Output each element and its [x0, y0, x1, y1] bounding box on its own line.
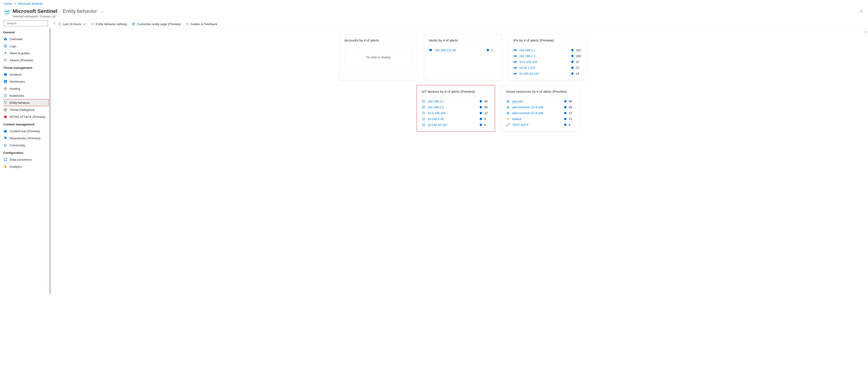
- sidebar-item-entity-behavior[interactable]: Entity behavior: [3, 99, 49, 106]
- entity-link[interactable]: 192.168.112.30: [435, 49, 486, 52]
- search-input[interactable]: [7, 22, 46, 25]
- sidebar-item-content-hub-preview-[interactable]: Content hub (Preview): [3, 127, 49, 135]
- sidebar-item-search-preview-[interactable]: Search (Preview): [3, 57, 49, 64]
- sidebar-item-news-guides[interactable]: News & guides: [3, 50, 49, 57]
- entity-type-icon: [422, 111, 425, 115]
- entity-type-icon: [422, 106, 425, 109]
- entity-link[interactable]: default: [512, 117, 564, 121]
- analytics-icon: [3, 165, 7, 169]
- sidebar-item-workbooks[interactable]: Workbooks: [3, 78, 49, 85]
- svg-rect-8: [4, 74, 7, 76]
- svg-rect-3: [4, 46, 7, 46]
- sidebar-item-community[interactable]: Community: [3, 142, 49, 149]
- nav-item-label: Content hub (Preview): [10, 129, 40, 133]
- sidebar-item-repositories-preview-[interactable]: Repositories (Preview): [3, 135, 49, 142]
- entity-type-icon: [513, 72, 517, 76]
- entity-link[interactable]: 192.168.1.1: [519, 49, 571, 52]
- collapse-sidebar-button[interactable]: [54, 22, 56, 25]
- guides-feedback-button[interactable]: Guides & Feedback: [185, 22, 217, 26]
- customize-button[interactable]: Customize entity page (Preview): [132, 22, 181, 26]
- svg-rect-28: [4, 158, 5, 159]
- entity-link[interactable]: 10.240.43.147: [428, 123, 479, 127]
- entity-link[interactable]: 192.168.2.2: [428, 106, 479, 109]
- shield-icon: [486, 49, 489, 52]
- svg-rect-45: [514, 56, 515, 56]
- sidebar: GeneralOverviewLogsNews & guidesSearch (…: [0, 21, 51, 381]
- entity-link[interactable]: 10.240.5.95: [428, 117, 479, 121]
- svg-point-25: [4, 137, 7, 138]
- sidebar-item-data-connectors[interactable]: Data connectors: [3, 156, 49, 163]
- shield-icon: [479, 117, 482, 120]
- customize-icon: [132, 22, 135, 26]
- shield-icon: [479, 123, 482, 126]
- svg-rect-51: [515, 62, 516, 62]
- alert-count: 1: [491, 49, 497, 52]
- scroll-up-icon[interactable]: ▴: [865, 30, 867, 33]
- svg-point-69: [423, 124, 424, 125]
- card-azure-resources: Azure resources by # of alerts (Preview)…: [501, 85, 579, 131]
- entity-type-icon: [513, 49, 517, 52]
- breadcrumb-product[interactable]: Microsoft Sentinel: [18, 2, 42, 5]
- entity-link[interactable]: TEST-KATY: [512, 123, 564, 127]
- entity-type-icon: [506, 99, 510, 103]
- svg-rect-12: [5, 81, 6, 83]
- content-scrollbar[interactable]: ▴: [865, 28, 867, 381]
- svg-rect-41: [514, 50, 515, 51]
- nav-group-title: Configuration: [3, 149, 49, 156]
- svg-point-33: [92, 24, 93, 25]
- entity-settings-button[interactable]: Entity behavior settings: [91, 22, 127, 26]
- sidebar-search[interactable]: [3, 21, 48, 26]
- scrollbar-thumb[interactable]: [49, 28, 51, 294]
- time-range-picker[interactable]: Last 24 hours: [58, 22, 86, 26]
- sentinel-icon: [4, 9, 10, 16]
- entity-link[interactable]: 10.240.43.147: [519, 72, 571, 76]
- entity-row: default15: [506, 116, 575, 122]
- sidebar-item-incidents[interactable]: Incidents: [3, 71, 49, 78]
- nav-item-label: Hunting: [10, 87, 20, 90]
- nav-group-title: Threat management: [3, 64, 49, 71]
- nav-item-label: Incidents: [10, 73, 22, 76]
- entity-link[interactable]: 10.0.100.104: [519, 60, 571, 64]
- close-button[interactable]: [858, 8, 864, 15]
- entity-row: 10.35.1.23722: [513, 65, 581, 71]
- chevron-down-icon: [83, 22, 86, 26]
- svg-rect-24: [4, 130, 6, 130]
- svg-rect-35: [134, 23, 135, 24]
- entity-link[interactable]: alert-enricher-22-6-193: [512, 106, 564, 109]
- main-content: Last 24 hours Entity behavior settings C…: [58, 21, 868, 381]
- entity-link[interactable]: alert-enricher-22-6-188: [512, 111, 564, 115]
- sidebar-item-logs[interactable]: Logs: [3, 42, 49, 50]
- alert-count: 160: [576, 54, 581, 58]
- more-button[interactable]: ⋯: [101, 10, 104, 13]
- connectors-icon: [3, 157, 7, 162]
- gear-icon: [91, 22, 94, 26]
- svg-rect-13: [6, 82, 6, 83]
- nav-item-label: Workbooks: [10, 80, 25, 83]
- shield-icon: [564, 112, 567, 115]
- svg-rect-31: [6, 160, 7, 161]
- entity-row: 10.240.43.14719: [513, 71, 581, 77]
- sidebar-item-notebooks[interactable]: Notebooks: [3, 92, 49, 99]
- alert-count: 19: [576, 72, 581, 76]
- entity-icon: [3, 101, 7, 105]
- search-icon: [5, 22, 5, 25]
- entity-link[interactable]: 192.168.1.1: [428, 99, 479, 103]
- sidebar-scrollbar[interactable]: ▴ ▾: [49, 28, 51, 381]
- svg-point-67: [423, 119, 424, 120]
- no-data-message: No data to display: [344, 50, 412, 64]
- incidents-icon: [3, 72, 7, 76]
- entity-link[interactable]: 192.168.2.2: [519, 54, 571, 58]
- entity-row: 10.0.100.10410: [422, 110, 490, 116]
- sidebar-item-threat-intelligence[interactable]: Threat intelligence: [3, 106, 49, 113]
- nav-item-label: Community: [10, 144, 25, 147]
- entity-link[interactable]: 10.0.100.104: [428, 111, 479, 115]
- entity-link[interactable]: guy-site: [512, 99, 564, 103]
- sidebar-item-mitre-att-ck-preview-[interactable]: MITRE ATT&CK (Preview): [3, 113, 49, 120]
- breadcrumb-home[interactable]: Home: [4, 2, 12, 5]
- sidebar-item-hunting[interactable]: Hunting: [3, 85, 49, 92]
- person-icon: [185, 22, 189, 26]
- entity-link[interactable]: 10.35.1.237: [519, 66, 571, 69]
- nav-item-label: MITRE ATT&CK (Preview): [10, 115, 45, 119]
- sidebar-item-analytics[interactable]: Analytics: [3, 163, 49, 170]
- sidebar-item-overview[interactable]: Overview: [3, 35, 49, 42]
